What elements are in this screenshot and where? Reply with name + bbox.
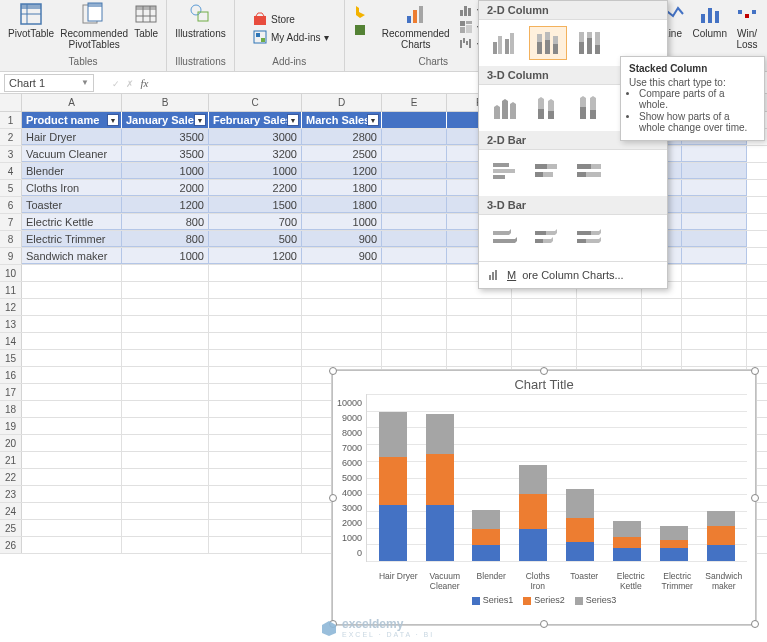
clustered-column-option[interactable] xyxy=(487,26,525,60)
cell[interactable] xyxy=(22,537,122,553)
3d-stacked-column-option[interactable] xyxy=(529,91,567,125)
cell[interactable]: 3000 xyxy=(209,129,302,145)
row-header[interactable]: 11 xyxy=(0,282,22,298)
cell[interactable] xyxy=(682,214,747,230)
cell[interactable]: Electric Trimmer xyxy=(22,231,122,247)
cell[interactable]: 1200 xyxy=(122,197,209,213)
cell[interactable] xyxy=(122,316,209,332)
cell[interactable] xyxy=(512,299,577,315)
row-header[interactable]: 23 xyxy=(0,486,22,502)
resize-handle[interactable] xyxy=(751,620,759,628)
cell[interactable] xyxy=(209,435,302,451)
row-header[interactable]: 15 xyxy=(0,350,22,366)
bar-segment[interactable] xyxy=(613,537,641,548)
100-stacked-column-option[interactable] xyxy=(571,26,609,60)
cell[interactable] xyxy=(122,503,209,519)
cell[interactable] xyxy=(382,129,447,145)
cell[interactable] xyxy=(22,486,122,502)
bar-segment[interactable] xyxy=(379,412,407,457)
cell[interactable] xyxy=(209,469,302,485)
cell[interactable] xyxy=(512,333,577,349)
cell[interactable]: March Sales▼ xyxy=(302,112,382,128)
chart-legend[interactable]: Series1Series2Series3 xyxy=(333,591,755,605)
row-header[interactable]: 26 xyxy=(0,537,22,553)
cell[interactable] xyxy=(682,146,747,162)
row-header[interactable]: 24 xyxy=(0,503,22,519)
cell[interactable] xyxy=(642,333,682,349)
people-graph-button[interactable] xyxy=(349,22,371,38)
filter-dropdown-icon[interactable]: ▼ xyxy=(287,114,299,126)
cell[interactable]: January Sales▼ xyxy=(122,112,209,128)
resize-handle[interactable] xyxy=(329,367,337,375)
cell[interactable] xyxy=(22,435,122,451)
cell[interactable] xyxy=(22,520,122,536)
cell[interactable] xyxy=(447,299,512,315)
sparkline-winloss-button[interactable]: Win/ Loss xyxy=(731,0,763,52)
cell[interactable] xyxy=(302,299,382,315)
bar-segment[interactable] xyxy=(426,414,454,454)
bar-segment[interactable] xyxy=(472,545,500,561)
store-button[interactable]: Store xyxy=(249,11,299,27)
cell[interactable] xyxy=(209,350,302,366)
illustrations-button[interactable]: Illustrations xyxy=(171,0,230,41)
cell[interactable] xyxy=(682,231,747,247)
cell[interactable] xyxy=(302,282,382,298)
cell[interactable] xyxy=(682,333,747,349)
cell[interactable]: 1000 xyxy=(122,163,209,179)
bar-segment[interactable] xyxy=(379,505,407,561)
cell[interactable] xyxy=(382,299,447,315)
cell[interactable] xyxy=(122,384,209,400)
cell[interactable] xyxy=(512,316,577,332)
row-header[interactable]: 10 xyxy=(0,265,22,281)
bar-segment[interactable] xyxy=(426,454,454,505)
cell[interactable] xyxy=(209,401,302,417)
cell[interactable] xyxy=(382,112,447,128)
bar-column[interactable] xyxy=(379,412,407,561)
cell[interactable] xyxy=(22,469,122,485)
cell[interactable] xyxy=(122,486,209,502)
cell[interactable] xyxy=(22,265,122,281)
cell[interactable] xyxy=(122,367,209,383)
resize-handle[interactable] xyxy=(540,620,548,628)
resize-handle[interactable] xyxy=(751,367,759,375)
cell[interactable] xyxy=(682,180,747,196)
cell[interactable] xyxy=(682,197,747,213)
cell[interactable]: 3500 xyxy=(122,129,209,145)
cell[interactable] xyxy=(122,401,209,417)
cell[interactable] xyxy=(209,418,302,434)
cell[interactable] xyxy=(122,469,209,485)
myaddins-button[interactable]: My Add-ins ▾ xyxy=(249,29,333,45)
bar-segment[interactable] xyxy=(613,521,641,537)
cell[interactable] xyxy=(682,299,747,315)
more-column-charts-button[interactable]: More Column Charts... xyxy=(479,261,667,288)
cell[interactable] xyxy=(22,503,122,519)
bar-segment[interactable] xyxy=(519,465,547,494)
row-header[interactable]: 8 xyxy=(0,231,22,247)
cell[interactable] xyxy=(382,180,447,196)
cell[interactable] xyxy=(302,316,382,332)
cell[interactable]: 1200 xyxy=(302,163,382,179)
cell[interactable] xyxy=(122,418,209,434)
bar-segment[interactable] xyxy=(519,529,547,561)
cell[interactable]: 2000 xyxy=(122,180,209,196)
cell[interactable] xyxy=(382,265,447,281)
cell[interactable] xyxy=(209,537,302,553)
cell[interactable]: 500 xyxy=(209,231,302,247)
row-header[interactable]: 21 xyxy=(0,452,22,468)
plot-area[interactable]: 1000090008000700060005000400030002000100… xyxy=(333,394,755,569)
table-button[interactable]: Table xyxy=(130,0,162,41)
row-header[interactable]: 3 xyxy=(0,146,22,162)
cell[interactable]: 900 xyxy=(302,248,382,264)
cell[interactable] xyxy=(122,537,209,553)
col-header[interactable]: E xyxy=(382,94,447,111)
row-header[interactable]: 20 xyxy=(0,435,22,451)
row-header[interactable]: 1 xyxy=(0,112,22,128)
bar-column[interactable] xyxy=(472,510,500,561)
cell[interactable]: 1800 xyxy=(302,197,382,213)
bar-segment[interactable] xyxy=(660,526,688,540)
cell[interactable] xyxy=(642,350,682,366)
cell[interactable] xyxy=(682,282,747,298)
row-header[interactable]: 13 xyxy=(0,316,22,332)
row-header[interactable]: 12 xyxy=(0,299,22,315)
row-header[interactable]: 16 xyxy=(0,367,22,383)
